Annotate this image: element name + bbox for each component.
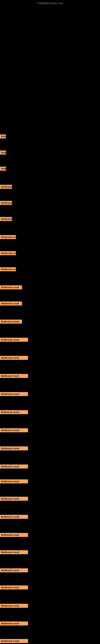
bottleneck-label[interactable]: Bottleneck result bbox=[0, 480, 28, 484]
list-item: Bottleneck result bbox=[0, 639, 28, 643]
bottleneck-label[interactable]: Bottleneck result bbox=[0, 338, 28, 342]
list-item: Bottleneck result bbox=[0, 167, 6, 172]
bottleneck-label[interactable]: Bottleneck result bbox=[0, 320, 22, 324]
bottleneck-label[interactable]: Bottleneck result bbox=[0, 428, 28, 432]
list-item: Bottleneck result bbox=[0, 604, 28, 608]
list-item: Bottleneck result bbox=[0, 150, 6, 155]
bottleneck-label[interactable]: Bottleneck result bbox=[0, 586, 28, 590]
bottleneck-label[interactable]: Bottleneck result bbox=[0, 604, 28, 608]
bottleneck-label[interactable]: Bottleneck result bbox=[0, 515, 28, 519]
list-item: Bottleneck result bbox=[0, 356, 28, 360]
bottleneck-label[interactable]: Bottleneck result bbox=[0, 185, 12, 189]
list-item: Bottleneck result bbox=[0, 134, 6, 139]
list-item: Bottleneck result bbox=[0, 374, 28, 378]
list-item: Bottleneck result bbox=[0, 217, 12, 222]
list-item: Bottleneck result bbox=[0, 550, 28, 554]
bottleneck-label[interactable]: Bottleneck result bbox=[0, 497, 28, 501]
list-item: Bottleneck result bbox=[0, 533, 28, 537]
list-item: Bottleneck result bbox=[0, 251, 16, 256]
bottleneck-label[interactable]: Bottleneck result bbox=[0, 410, 28, 414]
site-title-container: TheBottlenecker.com bbox=[0, 0, 100, 6]
bottleneck-label[interactable]: Bottleneck result bbox=[0, 392, 28, 396]
bottleneck-label[interactable]: Bottleneck result bbox=[0, 251, 16, 255]
list-item: Bottleneck result bbox=[0, 497, 28, 501]
bottleneck-label[interactable]: Bottleneck result bbox=[0, 167, 6, 171]
list-item: Bottleneck result bbox=[0, 185, 12, 190]
bottleneck-label[interactable]: Bottleneck result bbox=[0, 446, 28, 450]
bottleneck-label[interactable]: Bottleneck result bbox=[0, 235, 16, 239]
bottleneck-label[interactable]: Bottleneck result bbox=[0, 568, 28, 572]
list-item: Bottleneck result bbox=[0, 392, 28, 396]
bottleneck-label[interactable]: Bottleneck result bbox=[0, 302, 22, 306]
list-item: Bottleneck result bbox=[0, 320, 22, 324]
bottleneck-label[interactable]: Bottleneck result bbox=[0, 267, 16, 271]
list-item: Bottleneck result bbox=[0, 267, 16, 272]
bottleneck-label[interactable]: Bottleneck result bbox=[0, 533, 28, 537]
black-area bbox=[0, 6, 100, 126]
bottleneck-label[interactable]: Bottleneck result bbox=[0, 201, 12, 205]
bottleneck-label[interactable]: Bottleneck result bbox=[0, 464, 28, 468]
list-item: Bottleneck result bbox=[0, 285, 22, 290]
results-list: Bottleneck resultBottleneck resultBottle… bbox=[0, 126, 100, 644]
bottleneck-label[interactable]: Bottleneck result bbox=[0, 639, 28, 643]
list-item: Bottleneck result bbox=[0, 586, 28, 590]
list-item: Bottleneck result bbox=[0, 622, 28, 626]
bottleneck-label[interactable]: Bottleneck result bbox=[0, 217, 12, 221]
bottleneck-label[interactable]: Bottleneck result bbox=[0, 356, 28, 360]
list-item: Bottleneck result bbox=[0, 446, 28, 450]
bottleneck-label[interactable]: Bottleneck result bbox=[0, 374, 28, 378]
list-item: Bottleneck result bbox=[0, 428, 28, 432]
bottleneck-label[interactable]: Bottleneck result bbox=[0, 550, 28, 554]
bottleneck-label[interactable]: Bottleneck result bbox=[0, 150, 6, 154]
list-item: Bottleneck result bbox=[0, 410, 28, 414]
list-item: Bottleneck result bbox=[0, 464, 28, 468]
list-item: Bottleneck result bbox=[0, 201, 12, 206]
list-item: Bottleneck result bbox=[0, 338, 28, 342]
site-title: TheBottlenecker.com bbox=[0, 0, 100, 6]
bottleneck-label[interactable]: Bottleneck result bbox=[0, 285, 22, 290]
list-item: Bottleneck result bbox=[0, 235, 16, 240]
list-item: Bottleneck result bbox=[0, 568, 28, 572]
list-item: Bottleneck result bbox=[0, 302, 22, 306]
list-item: Bottleneck result bbox=[0, 480, 28, 484]
bottleneck-label[interactable]: Bottleneck result bbox=[0, 134, 6, 138]
list-item: Bottleneck result bbox=[0, 515, 28, 519]
bottleneck-label[interactable]: Bottleneck result bbox=[0, 622, 28, 626]
